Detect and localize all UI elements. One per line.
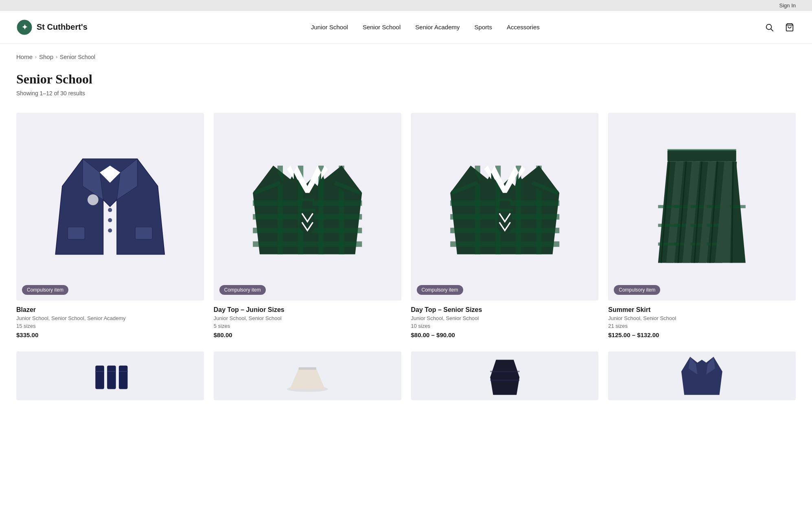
signin-link[interactable]: Sign In [779,2,796,9]
product-card-bottom-4[interactable] [608,351,796,400]
product-grid-bottom [0,351,812,417]
product-sizes-summer-skirt: 21 sizes [608,323,796,329]
page-header: Senior School Showing 1–12 of 30 results [0,60,812,100]
product-badge-blazer: Compulsory item [22,285,68,295]
product-sizes-day-top-senior: 10 sizes [411,323,599,329]
product-card-summer-skirt[interactable]: Compulsory item Summer Skirt Junior Scho… [608,113,796,338]
product-card-blazer[interactable]: Compulsory item Blazer Junior School, Se… [16,113,204,338]
svg-text:✦: ✦ [22,23,28,31]
product-price-day-top-senior: $80.00 – $90.00 [411,331,599,338]
product-card-day-top-junior[interactable]: Compulsory item Day Top – Junior Sizes J… [214,113,401,338]
product-image-day-top-senior: Compulsory item [411,113,599,301]
svg-rect-9 [68,227,85,239]
product-price-blazer: $335.00 [16,331,204,338]
svg-point-2 [766,24,772,29]
breadcrumb: Home › Shop › Senior School [0,44,812,60]
svg-rect-60 [119,366,128,389]
page-title: Senior School [16,72,796,87]
breadcrumb-current: Senior School [60,54,95,60]
product-badge-day-top-senior: Compulsory item [417,285,463,295]
bottom-item-4-image [617,354,786,398]
product-name-day-top-senior: Day Top – Senior Sizes [411,306,599,314]
nav-sports[interactable]: Sports [475,24,492,31]
day-top-senior-image [430,132,580,282]
product-categories-summer-skirt: Junior School, Senior School [608,315,796,321]
product-card-bottom-2[interactable] [214,351,401,400]
product-card-bottom-1[interactable] [16,351,204,400]
product-card-day-top-senior[interactable]: Compulsory item Day Top – Senior Sizes J… [411,113,599,338]
cart-icon [785,23,794,32]
product-sizes-day-top-junior: 5 sizes [214,323,401,329]
svg-point-5 [108,208,112,212]
breadcrumb-shop[interactable]: Shop [39,53,53,60]
product-image-summer-skirt: Compulsory item [608,113,796,301]
product-badge-summer-skirt: Compulsory item [614,285,660,295]
bottom-item-2-image [223,354,392,398]
svg-point-8 [88,194,98,205]
logo-link[interactable]: ✦ St Cuthbert's [16,19,88,35]
product-image-bottom-1 [16,351,204,400]
product-categories-day-top-senior: Junior School, Senior School [411,315,599,321]
svg-rect-35 [668,150,736,162]
svg-rect-59 [107,366,116,389]
product-badge-day-top-junior: Compulsory item [219,285,266,295]
blazer-image [35,132,185,282]
svg-point-6 [108,218,112,222]
nav-junior-school[interactable]: Junior School [311,24,348,31]
product-card-bottom-3[interactable] [411,351,599,400]
summer-skirt-image [627,132,777,282]
product-name-blazer: Blazer [16,306,204,314]
nav-senior-school[interactable]: Senior School [363,24,401,31]
search-icon [765,23,774,32]
breadcrumb-sep-1: › [35,54,37,60]
product-grid: Compulsory item Blazer Junior School, Se… [0,100,812,351]
svg-line-3 [771,29,773,31]
results-count: Showing 1–12 of 30 results [16,90,796,97]
cart-button[interactable] [784,21,796,33]
bottom-item-1-image [26,354,195,398]
logo-icon: ✦ [16,19,33,35]
product-categories-day-top-junior: Junior School, Senior School [214,315,401,321]
svg-rect-58 [95,366,104,389]
svg-rect-10 [135,227,152,239]
nav-senior-academy[interactable]: Senior Academy [415,24,460,31]
product-price-day-top-junior: $80.00 [214,331,401,338]
product-price-summer-skirt: $125.00 – $132.00 [608,331,796,338]
product-image-day-top-junior: Compulsory item [214,113,401,301]
product-name-day-top-junior: Day Top – Junior Sizes [214,306,401,314]
svg-point-7 [108,228,112,233]
day-top-junior-image [232,132,383,282]
search-button[interactable] [763,21,775,33]
product-image-bottom-4 [608,351,796,400]
product-image-bottom-2 [214,351,401,400]
product-name-summer-skirt: Summer Skirt [608,306,796,314]
bottom-item-3-image [420,354,589,398]
breadcrumb-home[interactable]: Home [16,53,33,60]
product-image-bottom-3 [411,351,599,400]
top-bar: Sign In [0,0,812,11]
main-nav: Junior School Senior School Senior Acade… [311,24,540,31]
nav-accessories[interactable]: Accessories [507,24,540,31]
site-header: ✦ St Cuthbert's Junior School Senior Sch… [0,11,812,44]
logo-text: St Cuthbert's [37,22,88,32]
product-sizes-blazer: 15 sizes [16,323,204,329]
product-categories-blazer: Junior School, Senior School, Senior Aca… [16,315,204,321]
breadcrumb-sep-2: › [56,54,57,60]
header-icons [763,21,796,33]
product-image-blazer: Compulsory item [16,113,204,301]
